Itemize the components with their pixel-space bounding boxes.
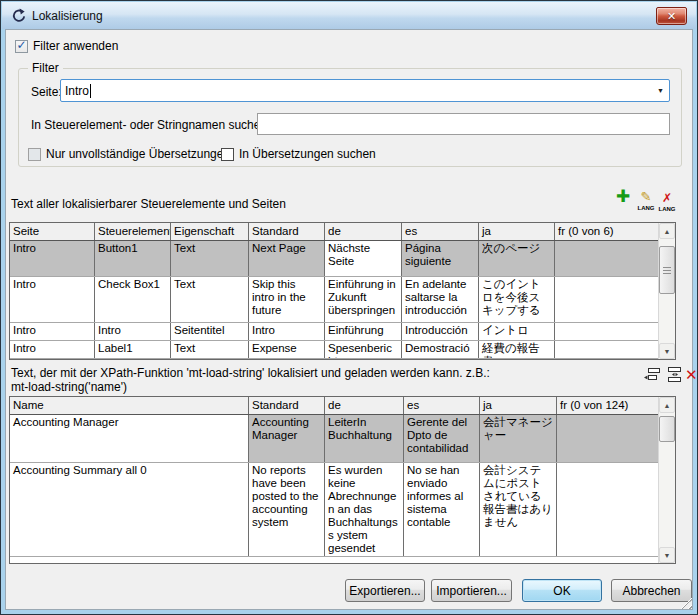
table-cell[interactable]: Text — [171, 277, 249, 322]
table-cell[interactable]: Skip this intro in the future — [249, 277, 325, 322]
scrollbar-thumb[interactable] — [659, 416, 675, 442]
table-cell[interactable]: Next Page — [249, 241, 325, 276]
table-cell[interactable]: Einführung in Zukunft überspringen — [325, 277, 402, 322]
table-cell[interactable]: Spesenbericht- — [325, 341, 402, 358]
column-header: es — [404, 397, 480, 414]
delete-language-button[interactable]: ✗ LANG — [657, 189, 677, 212]
column-header: es — [402, 223, 479, 240]
close-button[interactable]: ✕ — [656, 7, 687, 25]
table-cell[interactable]: No se han enviado informes al sistema co… — [404, 463, 480, 556]
table-cell[interactable]: 会計マネージャー — [480, 415, 557, 462]
table-cell[interactable]: Expense — [249, 341, 325, 358]
controls-table-header: Seite Steuerelement Eigenschaft Standard… — [10, 223, 658, 241]
scrollbar-thumb[interactable] — [659, 246, 675, 294]
column-header: ja — [479, 223, 555, 240]
table-cell[interactable]: Accounting Manager — [249, 415, 325, 462]
table-row[interactable]: Intro Button1 Text Next Page Nächste Sei… — [10, 241, 658, 277]
table-cell[interactable]: Es wurden keine Abrechnungen an das Buch… — [325, 463, 404, 556]
table-cell[interactable]: Label1 — [95, 341, 171, 358]
delete-row-icon: ✕ — [685, 366, 698, 383]
ok-button[interactable]: OK — [522, 579, 602, 602]
table-cell[interactable] — [555, 341, 658, 358]
table-row[interactable]: Intro Label1 Text Expense Spesenbericht-… — [10, 341, 658, 359]
add-language-button[interactable]: ✚ — [613, 188, 633, 205]
page-combobox[interactable]: Intro ▼ — [60, 79, 670, 102]
search-in-translations-label: In Übersetzungen suchen — [239, 147, 376, 161]
table-cell[interactable]: 次のページ — [479, 241, 555, 276]
table-cell[interactable]: Intro — [10, 341, 95, 358]
delete-row-button[interactable]: ✕ — [685, 367, 698, 383]
text-caret — [90, 84, 91, 98]
table-cell[interactable]: イントロ — [479, 323, 555, 340]
table-cell[interactable]: Intro — [249, 323, 325, 340]
edit-language-caption: LANG — [636, 205, 656, 211]
import-button[interactable]: Importieren... — [431, 579, 512, 602]
table-cell[interactable]: LeiterIn Buchhaltung — [325, 415, 404, 462]
strings-table-section-label-line1: Text, der mit der XPath-Funktion 'mt-loa… — [11, 366, 490, 380]
cancel-button[interactable]: Abbrechen — [611, 579, 692, 602]
column-header: Standard — [249, 223, 325, 240]
only-incomplete-label: Nur unvollständige Übersetzungen — [46, 147, 230, 161]
table-cell[interactable]: Intro — [10, 241, 95, 276]
apply-filter-label: Filter anwenden — [33, 39, 118, 53]
dropdown-arrow-icon[interactable]: ▼ — [652, 87, 669, 94]
search-in-translations-checkbox[interactable]: In Übersetzungen suchen — [221, 147, 376, 161]
checkbox-checked-icon: ✓ — [15, 40, 28, 53]
table-cell[interactable]: Button1 — [95, 241, 171, 276]
edit-language-button[interactable]: ✎ LANG — [636, 188, 656, 211]
table-cell[interactable]: Página siguiente — [402, 241, 479, 276]
apply-filter-checkbox[interactable]: ✓ Filter anwenden — [15, 39, 118, 53]
strings-table: Name Standard de es ja fr (0 von 124) Ac… — [9, 396, 676, 564]
table-cell[interactable]: Seitentitel — [171, 323, 249, 340]
localization-dialog: Lokalisierung ✕ ✓ Filter anwenden Filter… — [0, 0, 698, 615]
only-incomplete-checkbox[interactable]: Nur unvollständige Übersetzungen — [28, 147, 230, 161]
table-cell[interactable] — [557, 415, 658, 462]
table-cell[interactable]: Check Box1 — [95, 277, 171, 322]
strings-table-scrollbar[interactable]: ▲ ▼ — [658, 397, 675, 563]
insert-row-button[interactable] — [666, 367, 683, 385]
column-header: Standard — [249, 397, 325, 414]
table-cell[interactable]: 経費の報告書 — [479, 341, 555, 358]
scroll-down-button[interactable]: ▼ — [659, 343, 675, 359]
table-cell[interactable] — [555, 277, 658, 322]
table-cell-focused[interactable]: Accounting Manager — [10, 415, 249, 462]
table-cell[interactable]: このイントロを今後スキップする — [479, 277, 555, 322]
column-header: Name — [10, 397, 249, 414]
table-cell[interactable] — [557, 463, 658, 556]
search-input[interactable] — [257, 113, 670, 135]
table-cell-focused[interactable]: Nächste Seite — [325, 241, 402, 276]
table-cell[interactable]: Gerente del Dpto de contabilidad — [404, 415, 480, 462]
table-cell[interactable]: Demostración — [402, 341, 479, 358]
controls-table-scrollbar[interactable]: ▲ ▼ — [658, 223, 675, 359]
scroll-up-button[interactable]: ▲ — [659, 397, 675, 413]
table-cell[interactable]: Accounting Summary all 0 — [10, 463, 249, 556]
table-cell[interactable]: Text — [171, 341, 249, 358]
table-cell[interactable]: Intro — [10, 277, 95, 322]
filter-group-title: Filter — [28, 61, 63, 75]
table-cell[interactable]: Intro — [95, 323, 171, 340]
export-button[interactable]: Exportieren... — [345, 579, 425, 602]
table-cell[interactable] — [555, 323, 658, 340]
table-cell[interactable]: No reports have been posted to the accou… — [249, 463, 325, 556]
table-row[interactable]: Intro Intro Seitentitel Intro Einführung… — [10, 323, 658, 341]
table-cell[interactable]: En adelante saltarse la introducción — [402, 277, 479, 322]
append-row-button[interactable] — [644, 367, 661, 385]
scroll-down-button[interactable]: ▼ — [659, 547, 675, 563]
table-cell[interactable]: Intro — [10, 323, 95, 340]
table-cell[interactable]: Einführung — [325, 323, 402, 340]
checkbox-unchecked-icon — [221, 148, 234, 161]
scroll-up-button[interactable]: ▲ — [659, 223, 675, 239]
table-row[interactable]: Intro Check Box1 Text Skip this intro in… — [10, 277, 658, 323]
table-row[interactable]: Accounting Summary all 0 No reports have… — [10, 463, 658, 557]
delete-language-icon: ✗ — [662, 191, 672, 205]
scroll-down-icon: ▼ — [664, 552, 671, 559]
column-header: de — [325, 397, 404, 414]
table-cell[interactable]: Introducción — [402, 323, 479, 340]
column-header: fr (0 von 6) — [555, 223, 658, 240]
table-cell[interactable]: Text — [171, 241, 249, 276]
title-bar[interactable]: Lokalisierung ✕ — [2, 2, 696, 29]
table-row[interactable]: Accounting Manager Accounting Manager Le… — [10, 415, 658, 463]
table-cell[interactable]: 会計システムにポストされている報告書はありません — [480, 463, 557, 556]
table-cell[interactable] — [555, 241, 658, 276]
checkbox-unchecked-icon — [28, 148, 41, 161]
